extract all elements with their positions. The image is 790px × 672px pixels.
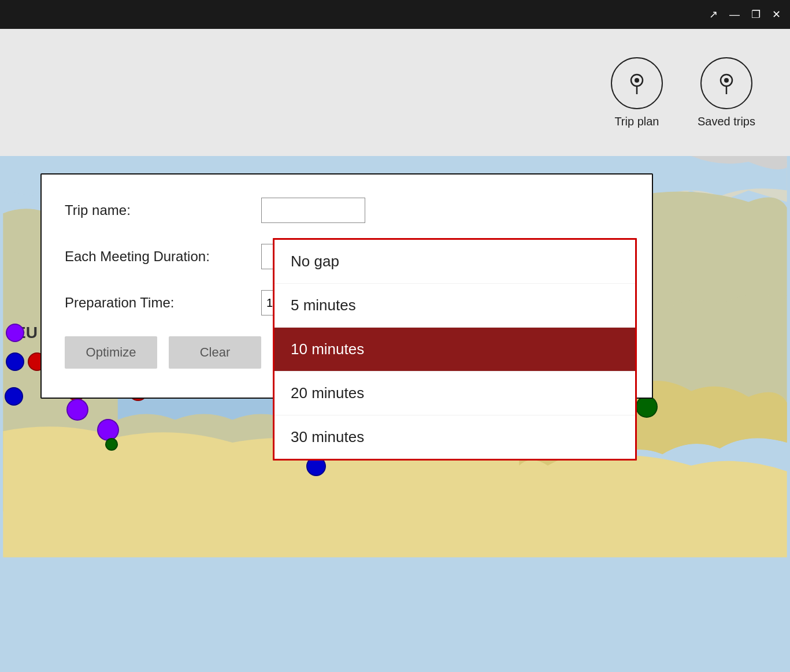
optimize-button[interactable]: Optimize bbox=[65, 336, 157, 369]
dropdown-item-10min-label: 10 minutes bbox=[291, 340, 364, 358]
svg-point-1 bbox=[635, 78, 639, 83]
dropdown-item-30min[interactable]: 30 minutes bbox=[275, 415, 635, 459]
map-dot bbox=[636, 396, 658, 418]
trip-plan-button[interactable]: Trip plan bbox=[611, 57, 663, 128]
saved-trips-button[interactable]: Saved trips bbox=[698, 57, 755, 128]
trip-name-row: Trip name: bbox=[65, 198, 629, 223]
map-dot bbox=[105, 438, 118, 451]
dropdown-item-10min[interactable]: 10 minutes bbox=[275, 328, 635, 372]
dropdown-item-5min[interactable]: 5 minutes bbox=[275, 284, 635, 328]
title-bar: ↗ — ❐ ✕ bbox=[0, 0, 790, 29]
map-dot bbox=[97, 419, 119, 441]
trip-name-input[interactable] bbox=[261, 198, 365, 223]
trip-name-label: Trip name: bbox=[65, 202, 250, 218]
map-dot bbox=[6, 352, 24, 371]
saved-trips-label: Saved trips bbox=[698, 115, 755, 128]
dropdown-item-20min[interactable]: 20 minutes bbox=[275, 372, 635, 415]
map-area: EU Trip name: Each Meeting Duration: ▾ P… bbox=[0, 156, 790, 672]
dialog-panel: Trip name: Each Meeting Duration: ▾ Prep… bbox=[40, 173, 653, 399]
expand-icon[interactable]: ↗ bbox=[709, 8, 718, 21]
dropdown-item-no-gap-label: No gap bbox=[291, 253, 339, 270]
header-area: Trip plan Saved trips bbox=[0, 29, 790, 156]
trip-plan-pin-icon bbox=[625, 71, 649, 95]
minimize-icon[interactable]: — bbox=[729, 9, 740, 21]
svg-point-4 bbox=[724, 78, 729, 83]
close-icon[interactable]: ✕ bbox=[772, 8, 781, 21]
map-dot bbox=[5, 387, 23, 406]
dropdown-item-5min-label: 5 minutes bbox=[291, 296, 356, 314]
trip-plan-label: Trip plan bbox=[614, 115, 659, 128]
dropdown-item-no-gap[interactable]: No gap bbox=[275, 240, 635, 284]
map-dot bbox=[66, 399, 88, 421]
dropdown-item-30min-label: 30 minutes bbox=[291, 428, 364, 445]
clear-button[interactable]: Clear bbox=[169, 336, 261, 369]
saved-trips-pin-icon bbox=[714, 71, 739, 95]
dropdown-item-20min-label: 20 minutes bbox=[291, 384, 364, 402]
preparation-time-label: Preparation Time: bbox=[65, 295, 250, 311]
dropdown-overlay: No gap 5 minutes 10 minutes 20 minutes 3… bbox=[273, 238, 637, 461]
map-dot bbox=[6, 324, 24, 342]
saved-trips-icon-circle bbox=[700, 57, 752, 109]
meeting-duration-label: Each Meeting Duration: bbox=[65, 248, 250, 265]
trip-plan-icon-circle bbox=[611, 57, 663, 109]
restore-icon[interactable]: ❐ bbox=[751, 8, 761, 21]
